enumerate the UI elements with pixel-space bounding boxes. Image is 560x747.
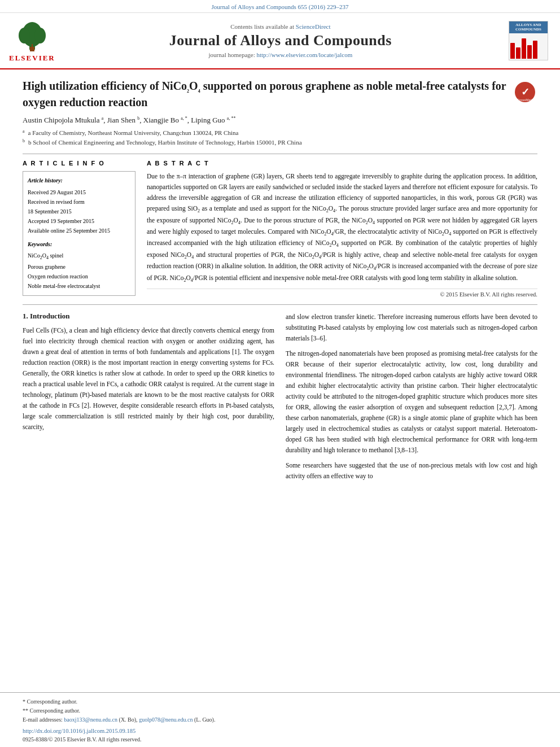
svg-point-2 xyxy=(19,28,30,43)
affil-a: aa Faculty of Chemistry, Northeast Norma… xyxy=(23,128,537,138)
article-content: High utilization efficiency of NiCo2O4 s… xyxy=(0,69,560,692)
revised-date: 18 September 2015 xyxy=(28,207,130,216)
bar-chart-bar xyxy=(516,47,520,59)
article-info-box: Article history: Received 29 August 2015… xyxy=(23,171,135,296)
intro-paragraph-4: Some researchers have suggested that the… xyxy=(286,460,537,482)
elsevier-logo: ELSEVIER xyxy=(9,19,55,63)
journal-header: ELSEVIER Contents lists available at Sci… xyxy=(0,13,560,69)
email-link-2[interactable]: guolp078@nenu.edu.cn xyxy=(139,717,193,723)
intro-paragraph-2: and slow electron transfer kinetic. Ther… xyxy=(286,312,537,344)
svg-text:✓: ✓ xyxy=(521,86,530,98)
footnotes: * Corresponding author. ** Corresponding… xyxy=(23,697,537,724)
contents-available-text: Contents lists available at ScienceDirec… xyxy=(230,23,330,30)
journal-logo-box: ALLOYS AND COMPOUNDS xyxy=(509,21,548,60)
bar-chart-bar xyxy=(533,41,537,59)
bar-chart-bar xyxy=(522,38,526,59)
logo-box-bars xyxy=(509,33,548,60)
available-date: Available online 25 September 2015 xyxy=(28,226,130,235)
homepage-url: http://www.elsevier.com/locate/jalcom xyxy=(256,51,352,58)
svg-text:CrossMark: CrossMark xyxy=(517,98,533,102)
journal-header-center: Contents lists available at ScienceDirec… xyxy=(61,19,500,63)
keywords-label: Keywords: xyxy=(28,240,130,249)
abstract-column: A B S T R A C T Due to the π–π interacti… xyxy=(147,160,537,298)
doi-link[interactable]: http://dx.doi.org/10.1016/j.jallcom.2015… xyxy=(23,728,537,734)
crossmark-icon: ✓ CrossMark xyxy=(514,81,536,103)
journal-logo-right: ALLOYS AND COMPOUNDS xyxy=(506,19,551,63)
copyright-line: © 2015 Elsevier B.V. All rights reserved… xyxy=(147,289,537,298)
footnote-dstar: ** Corresponding author. xyxy=(23,706,537,715)
journal-title: Journal of Alloys and Compounds xyxy=(169,32,392,49)
affil-b: bb School of Chemical Engineering and Te… xyxy=(23,138,537,147)
abstract-label: A B S T R A C T xyxy=(147,160,537,167)
elsevier-brand-text: ELSEVIER xyxy=(9,54,55,63)
bar-chart-bar xyxy=(510,43,515,59)
intro-paragraph-1: Fuel Cells (FCs), a clean and high effic… xyxy=(23,325,274,433)
intro-heading: 1. Introduction xyxy=(23,312,274,321)
intro-right-col: and slow electron transfer kinetic. Ther… xyxy=(286,312,537,486)
keyword-3: Oxygen reduction reaction xyxy=(28,272,130,281)
sciencedirect-link[interactable]: ScienceDirect xyxy=(296,23,331,30)
journal-homepage-line: journal homepage: http://www.elsevier.co… xyxy=(209,51,353,58)
footnote-star: * Corresponding author. xyxy=(23,697,537,706)
received-date: Received 29 August 2015 xyxy=(28,187,130,197)
article-info-label: A R T I C L E I N F O xyxy=(23,160,135,167)
article-info-abstract-section: A R T I C L E I N F O Article history: R… xyxy=(23,154,537,298)
article-title: High utilization efficiency of NiCo2O4 s… xyxy=(23,78,507,110)
history-label: Article history: xyxy=(28,176,130,185)
section-divider xyxy=(23,304,537,305)
bar-chart-bar xyxy=(527,45,532,59)
accepted-date: Accepted 19 September 2015 xyxy=(28,216,130,226)
article-info-column: A R T I C L E I N F O Article history: R… xyxy=(23,160,135,298)
email-addresses: E-mail addresses: baoxj133@nenu.edu.cn (… xyxy=(23,715,537,724)
introduction-section: 1. Introduction Fuel Cells (FCs), a clea… xyxy=(23,312,537,486)
article-title-section: High utilization efficiency of NiCo2O4 s… xyxy=(23,78,537,110)
article-footer: * Corresponding author. ** Corresponding… xyxy=(0,692,560,747)
logo-box-title: ALLOYS AND COMPOUNDS xyxy=(509,21,548,33)
intro-left-col: 1. Introduction Fuel Cells (FCs), a clea… xyxy=(23,312,274,486)
keyword-4: Noble metal-free electrocatalyst xyxy=(28,281,130,291)
issn-copyright: 0925-8388/© 2015 Elsevier B.V. All right… xyxy=(23,736,537,742)
svg-point-3 xyxy=(34,28,46,43)
article-dates: Received 29 August 2015 Received in revi… xyxy=(28,187,130,235)
elsevier-tree-icon xyxy=(13,19,51,53)
journal-ref-text: Journal of Alloys and Compounds 655 (201… xyxy=(212,3,349,10)
email-link-1[interactable]: baoxj133@nenu.edu.cn xyxy=(64,717,117,723)
authors-line: Austin Chipojola Mtukula a, Jian Shen b,… xyxy=(23,116,537,125)
keyword-2: Porous graphene xyxy=(28,262,130,272)
affiliations: aa Faculty of Chemistry, Northeast Norma… xyxy=(23,128,537,147)
abstract-text: Due to the π–π interaction of graphene (… xyxy=(147,171,537,284)
crossmark-badge: ✓ CrossMark xyxy=(513,81,537,103)
journal-reference-bar: Journal of Alloys and Compounds 655 (201… xyxy=(0,0,560,13)
received-revised-label: Received in revised form xyxy=(28,197,130,207)
keywords-list: NiCo2O4 spinel Porous graphene Oxygen re… xyxy=(28,251,130,291)
page: Journal of Alloys and Compounds 655 (201… xyxy=(0,0,560,747)
keyword-1: NiCo2O4 spinel xyxy=(28,251,130,262)
intro-paragraph-3: The nitrogen-doped nanomaterials have be… xyxy=(286,348,537,456)
